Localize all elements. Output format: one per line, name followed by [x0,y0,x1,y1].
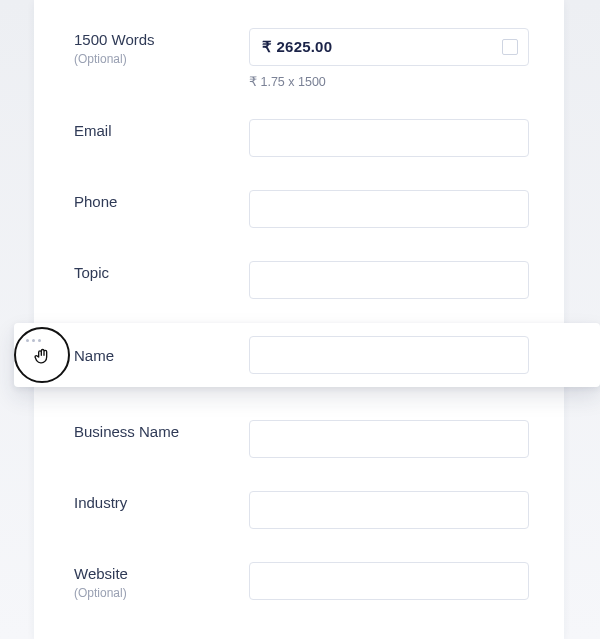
row-website: Website (Optional) [34,562,564,600]
email-input[interactable] [249,119,529,157]
business-name-label-col: Business Name [74,420,249,442]
business-name-input[interactable] [249,420,529,458]
row-words: 1500 Words (Optional) ₹ 2625.00 ₹ 1.75 x… [34,28,564,89]
website-field-col [249,562,529,600]
topic-field-col [249,261,529,299]
name-label: Name [14,347,249,364]
phone-field-col [249,190,529,228]
topic-input[interactable] [249,261,529,299]
price-value: ₹ 2625.00 [262,38,332,56]
phone-label: Phone [74,192,249,212]
website-label: Website [74,564,249,584]
email-label-col: Email [74,119,249,141]
industry-input[interactable] [249,491,529,529]
email-field-col [249,119,529,157]
website-optional-label: (Optional) [74,586,249,600]
words-label-col: 1500 Words (Optional) [74,28,249,66]
topic-label-col: Topic [74,261,249,283]
industry-field-col [249,491,529,529]
website-label-col: Website (Optional) [74,562,249,600]
business-name-label: Business Name [74,422,249,442]
phone-input[interactable] [249,190,529,228]
name-field-col [249,336,529,374]
price-box[interactable]: ₹ 2625.00 [249,28,529,66]
row-name-elevated[interactable]: Name [14,323,600,387]
email-label: Email [74,121,249,141]
business-name-field-col [249,420,529,458]
row-name-inner: Name [14,323,600,387]
words-optional-label: (Optional) [74,52,249,66]
industry-label-col: Industry [74,491,249,513]
row-email: Email [34,119,564,157]
website-input[interactable] [249,562,529,600]
row-business-name: Business Name [34,420,564,458]
words-label: 1500 Words [74,30,249,50]
row-topic: Topic [34,261,564,299]
form-card: 1500 Words (Optional) ₹ 2625.00 ₹ 1.75 x… [34,0,564,639]
price-breakdown: ₹ 1.75 x 1500 [249,74,529,89]
phone-label-col: Phone [74,190,249,212]
price-col: ₹ 2625.00 ₹ 1.75 x 1500 [249,28,529,89]
topic-label: Topic [74,263,249,283]
name-input[interactable] [249,336,529,374]
row-phone: Phone [34,190,564,228]
industry-label: Industry [74,493,249,513]
row-industry: Industry [34,491,564,529]
price-checkbox[interactable] [502,39,518,55]
